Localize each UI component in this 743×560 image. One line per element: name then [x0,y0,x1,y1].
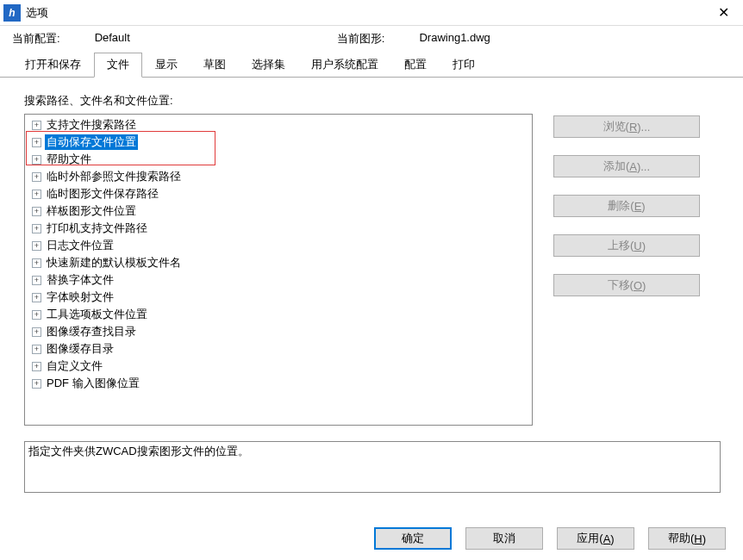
tab-draft[interactable]: 草图 [190,53,239,78]
plus-icon[interactable]: + [32,276,41,285]
tree-item-label: 日志文件位置 [45,238,116,253]
plus-icon[interactable]: + [32,258,41,268]
browse-button[interactable]: 浏览(R)... [553,115,700,138]
tree-item-label: 字体映射文件 [45,289,116,305]
tree-item[interactable]: +日志文件位置 [25,237,532,254]
tab-print[interactable]: 打印 [440,53,488,78]
plus-icon[interactable]: + [32,362,41,371]
tree-item-label: 图像缓存目录 [45,341,116,357]
plus-icon[interactable]: + [32,138,41,147]
tree-item-label: 样板图形文件位置 [45,203,138,219]
tree-item-label: 临时外部参照文件搜索路径 [45,169,183,184]
tree-item[interactable]: +PDF 输入图像位置 [25,375,532,392]
plus-icon[interactable]: + [32,172,41,182]
plus-icon[interactable]: + [32,207,41,216]
window-title: 选项 [26,5,48,21]
drawing-label: 当前图形: [337,31,385,47]
tree-item[interactable]: +打印机支持文件路径 [25,220,532,237]
plus-icon[interactable]: + [32,190,41,199]
plus-icon[interactable]: + [32,327,41,337]
tree-item-label: 帮助文件 [45,152,93,167]
plus-icon[interactable]: + [32,345,41,354]
plus-icon[interactable]: + [32,155,41,165]
ok-button[interactable]: 确定 [374,527,452,550]
tree-item[interactable]: +临时外部参照文件搜索路径 [25,168,532,185]
tree-item[interactable]: +字体映射文件 [25,289,532,306]
tab-profiles[interactable]: 配置 [391,53,440,78]
footer-buttons: 确定 取消 应用(A) 帮助(H) [374,527,726,550]
tab-user-prefs[interactable]: 用户系统配置 [298,53,391,78]
plus-icon[interactable]: + [32,224,41,233]
drawing-value: Drawing1.dwg [419,31,490,47]
info-row: 当前配置: Default 当前图形: Drawing1.dwg [0,26,743,50]
tree-item[interactable]: +自定义文件 [25,358,532,375]
title-bar: h 选项 ✕ [0,0,743,26]
plus-icon[interactable]: + [32,121,41,130]
tab-display[interactable]: 显示 [142,53,190,78]
tree-item-label: 替换字体文件 [45,272,116,288]
tab-file[interactable]: 文件 [94,53,142,78]
tree-item-label: 图像缓存查找目录 [45,324,138,339]
tree-item[interactable]: +自动保存文件位置 [25,134,532,151]
tab-open-save[interactable]: 打开和保存 [12,53,94,78]
tree-item-label: 临时图形文件保存路径 [45,186,160,202]
plus-icon[interactable]: + [32,310,41,320]
tree-item[interactable]: +替换字体文件 [25,271,532,289]
tree-item[interactable]: +帮助文件 [25,151,532,168]
tree-item[interactable]: +图像缓存查找目录 [25,323,532,340]
add-button[interactable]: 添加(A)... [553,155,700,177]
tab-strip: 打开和保存 文件 显示 草图 选择集 用户系统配置 配置 打印 [0,52,743,78]
path-tree[interactable]: +支持文件搜索路径 +自动保存文件位置 +帮助文件 +临时外部参照文件搜索路径 … [24,114,533,426]
delete-button[interactable]: 删除(E) [553,195,700,217]
plus-icon[interactable]: + [32,379,41,389]
apply-button[interactable]: 应用(A) [557,527,634,550]
move-down-button[interactable]: 下移(O) [553,274,700,296]
plus-icon[interactable]: + [32,293,41,302]
tree-item-label: 支持文件搜索路径 [45,117,138,133]
help-button[interactable]: 帮助(H) [648,527,726,550]
tree-item[interactable]: +临时图形文件保存路径 [25,185,532,202]
close-icon[interactable]: ✕ [703,0,743,26]
tab-selection[interactable]: 选择集 [239,53,298,78]
tree-item-label: 打印机支持文件路径 [45,221,149,236]
tree-item[interactable]: +快速新建的默认模板文件名 [25,254,532,271]
move-up-button[interactable]: 上移(U) [553,234,700,257]
config-value: Default [95,31,130,47]
app-icon: h [3,4,21,22]
config-label: 当前配置: [12,31,60,47]
section-label: 搜索路径、文件名和文件位置: [24,93,724,109]
tree-item[interactable]: +样板图形文件位置 [25,202,532,220]
tree-item[interactable]: +图像缓存目录 [25,340,532,358]
tree-item[interactable]: +支持文件搜索路径 [25,116,532,134]
tree-item-label: 工具选项板文件位置 [45,307,149,322]
plus-icon[interactable]: + [32,241,41,251]
tree-item-label: 快速新建的默认模板文件名 [45,255,183,271]
cancel-button[interactable]: 取消 [465,527,543,550]
tree-item[interactable]: +工具选项板文件位置 [25,306,532,323]
tree-item-label: 自定义文件 [45,358,104,374]
tree-item-label: PDF 输入图像位置 [45,376,141,391]
description-box: 指定文件夹供ZWCAD搜索图形文件的位置。 [24,441,721,493]
tree-item-label: 自动保存文件位置 [45,134,138,150]
